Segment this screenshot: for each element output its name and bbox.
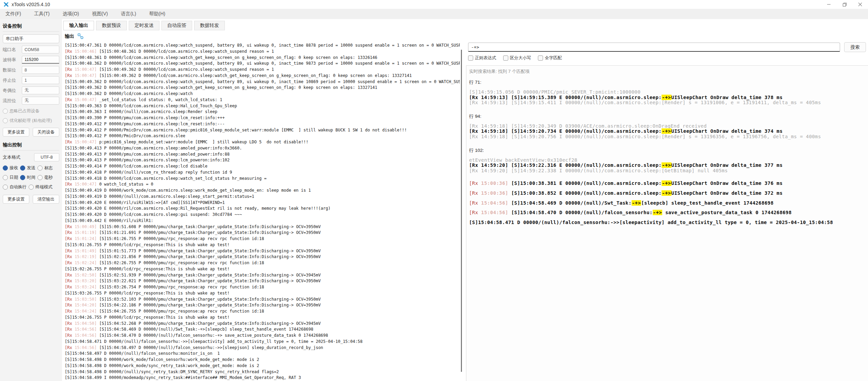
- flow-icon[interactable]: [77, 33, 84, 39]
- checkbox-checked[interactable]: [20, 165, 25, 171]
- menu-bar: 文件(F)工具(T)选项(O)视图(V)语言(L)帮助(H): [0, 9, 868, 19]
- output-button-1[interactable]: 清空输出: [33, 195, 59, 204]
- log-line: [S]15:04:26.755 P 00000/lcd/rpc_response…: [65, 315, 460, 321]
- rx-prefix: [Rx 15:03:20]: [65, 279, 99, 283]
- search-button[interactable]: 搜索: [844, 42, 866, 52]
- rx-prefix: [Rx 15:04:24]: [65, 309, 99, 314]
- log-line: [Rx 15:04:20] [S]15:04:22.186 P 00000/pm…: [65, 302, 460, 308]
- output-checkbox-1-1[interactable]: 时间: [20, 175, 35, 180]
- rx-prefix: [Rx 15:00:49]: [65, 224, 99, 229]
- checkbox-unchecked[interactable]: [503, 55, 508, 61]
- search-option-1[interactable]: 区分大小写: [503, 55, 531, 61]
- device-checkboxes: 忽略已占用设备优化帧处理 (粘包处理): [3, 108, 59, 124]
- rx-prefix: [Rx 15:00:47]: [65, 67, 99, 72]
- checkbox-checked[interactable]: [20, 175, 25, 180]
- checkbox-unchecked[interactable]: [37, 165, 43, 171]
- log-text: [S]15:01:21.691 P 00000/pmu/charge_task:…: [99, 230, 321, 235]
- log-scrollbar[interactable]: [461, 50, 462, 372]
- log-line: [S]15:00:49.419 D 00000/(null)/com.asrmi…: [65, 194, 460, 200]
- device-type-select[interactable]: 串口助手: [3, 34, 59, 43]
- field-input-1[interactable]: 115200: [22, 56, 59, 64]
- menu-item-5[interactable]: 帮助(H): [149, 11, 165, 17]
- result-single-3: [Rx 15:04:56] [S]15:04:58.470 D 00000/(n…: [469, 210, 868, 216]
- log-text: [S]15:04:58.497 D 00000/(null)/falcon_se…: [65, 351, 220, 356]
- field-input-5[interactable]: 无: [22, 97, 59, 105]
- device-checkbox-0[interactable]: 忽略已占用设备: [3, 108, 40, 114]
- log-text: [S]15:02:51.939 P 00000/pmu/charge_task:…: [99, 273, 321, 277]
- menu-item-4[interactable]: 语言(L): [121, 11, 136, 17]
- search-input[interactable]: [468, 43, 840, 52]
- field-label: 停止位: [3, 77, 22, 83]
- rx-prefix: [Rx 15:04:56]: [65, 345, 99, 350]
- match-pre: [S]15:04:58.470 D 00000/(null)/falcon_se…: [511, 210, 653, 215]
- tab-0[interactable]: 输入输出: [63, 21, 94, 30]
- match-post: save_active_posture_data_task 0 17442686…: [662, 210, 792, 215]
- output-checkbox-0-1[interactable]: 发送: [20, 165, 35, 171]
- checkbox-unchecked[interactable]: [3, 118, 8, 123]
- device-button-1[interactable]: 关闭设备: [33, 128, 59, 137]
- tab-1[interactable]: 数据预设: [96, 21, 127, 30]
- tab-2[interactable]: 定时发送: [129, 21, 159, 30]
- rx-prefix: [Rx 15:02:19]: [65, 254, 99, 259]
- output-control-title: 输出控制: [3, 142, 59, 148]
- result-single-0: [Rx 15:00:36] [S]15:00:38.381 E 00000/(n…: [469, 181, 868, 186]
- tab-4[interactable]: 数据转发: [194, 21, 225, 30]
- match-highlight: -+>: [662, 95, 671, 100]
- checkbox-checked[interactable]: [3, 165, 8, 171]
- checkbox-unchecked[interactable]: [3, 175, 8, 180]
- menu-item-2[interactable]: 选项(O): [63, 11, 79, 17]
- close-button[interactable]: [852, 0, 868, 9]
- checkbox-unchecked[interactable]: [29, 185, 34, 190]
- field-input-4[interactable]: 无: [22, 86, 59, 94]
- log-text: [S]15:04:26.755 P 00000/pmu/rpc_response…: [99, 309, 264, 314]
- log-line: [S]15:00:49.420 E 00000/ril/com.asrmicro…: [65, 206, 460, 212]
- checkbox-unchecked[interactable]: [3, 185, 8, 190]
- menu-item-0[interactable]: 文件(F): [5, 11, 21, 17]
- field-input-3[interactable]: 1: [22, 76, 59, 84]
- tab-3[interactable]: 自动应答: [161, 21, 192, 30]
- output-checkbox-1-0[interactable]: 日期: [3, 175, 18, 180]
- rx-prefix: [Rx 15:02:24]: [65, 260, 99, 265]
- checkbox-unchecked[interactable]: [37, 175, 43, 180]
- log-line: [S]15:04:58.498 D 00000/work_mode/falcon…: [65, 357, 460, 363]
- search-option-0[interactable]: 正则表达式: [468, 55, 496, 61]
- log-output[interactable]: [S]15:00:47.361 D 00000/lcd/com.asrmicro…: [65, 43, 460, 381]
- field-input-2[interactable]: 8: [22, 66, 59, 74]
- output-checkbox-0-2[interactable]: 标志: [37, 165, 53, 171]
- checkbox-unchecked[interactable]: [468, 55, 473, 61]
- log-text: [S]15:03:26.754 P 00000/pmu/rpc_response…: [99, 285, 264, 289]
- text-format-select[interactable]: UTF-8: [34, 153, 59, 161]
- checkbox-label: 终端模式: [35, 184, 52, 190]
- minimize-button[interactable]: [821, 0, 837, 9]
- checkbox-unchecked[interactable]: [538, 55, 543, 61]
- log-line: [S]15:03:26.755 P 00000/lcd/rpc_response…: [65, 290, 460, 297]
- log-line: [S]15:04:58.498 D 00000/work_mode/sync_r…: [65, 363, 460, 369]
- restore-button[interactable]: [837, 0, 852, 9]
- log-line: [S]15:00:49.414 P 00000/lcd/com.asrmicro…: [65, 163, 460, 170]
- checkbox-label: 忽略已占用设备: [10, 108, 40, 114]
- result-singles: [Rx 15:00:36] [S]15:00:38.381 E 00000/(n…: [469, 181, 868, 225]
- field-input-0[interactable]: COM58: [22, 46, 59, 53]
- output-checkbox-row-1: 日期时间毫秒: [3, 175, 59, 180]
- log-line: [Rx 15:00:47] _set_lcd_status lcd status…: [65, 97, 460, 103]
- device-checkbox-1[interactable]: 优化帧处理 (粘包处理): [3, 118, 52, 124]
- output-checkbox-1-2[interactable]: 毫秒: [37, 175, 53, 180]
- log-text: [S]15:04:58.498 D 00000/work_mode/sync_r…: [65, 363, 259, 368]
- output-checkbox-2-1[interactable]: 终端模式: [29, 184, 52, 190]
- log-text: [S]15:00:49.418 D 00000/lcd/com.asrmicro…: [65, 176, 266, 181]
- menu-item-3[interactable]: 视图(V): [92, 11, 108, 17]
- output-button-0[interactable]: 更多设置: [3, 195, 29, 204]
- search-option-2[interactable]: 全字匹配: [538, 55, 562, 61]
- log-line: [S]15:04:58.471 D 00000/(null)/falcon_se…: [65, 339, 460, 345]
- log-text: p:pmic816_sleep_module_set:warr:module […: [99, 140, 308, 144]
- device-button-0[interactable]: 更多设置: [3, 128, 29, 137]
- output-checkbox-0-0[interactable]: 接收: [3, 165, 18, 171]
- rx-prefix: [Rx 15:00:46]: [65, 49, 99, 54]
- log-text: [S]15:00:49.412 P 00000/pmu/com.asrmicro…: [65, 122, 225, 126]
- log-text: [S]15:00:49.363 I 00000/(null)/com.asrmi…: [65, 109, 217, 114]
- output-checkbox-2-0[interactable]: 自动换行: [3, 184, 27, 190]
- log-text: 0 watch_lcd_status = 0: [99, 182, 153, 187]
- checkbox-unchecked[interactable]: [3, 109, 8, 114]
- log-line: [Rx 15:04:24] [S]15:04:26.755 P 00000/pm…: [65, 308, 460, 315]
- menu-item-1[interactable]: 工具(T): [34, 11, 50, 17]
